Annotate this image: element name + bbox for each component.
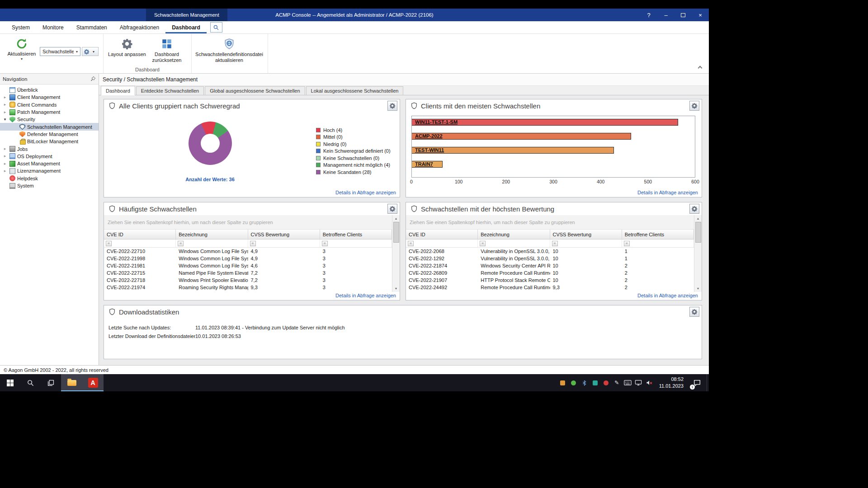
update-definitions-button[interactable]: Schwachstellendefinitionsdatei aktualisi… <box>195 36 263 63</box>
scroll-up-icon[interactable]: ▲ <box>395 216 398 221</box>
expand-icon[interactable]: ▸ <box>2 95 8 99</box>
menu-item-monitore[interactable]: Monitore <box>36 21 70 33</box>
keyboard-icon[interactable] <box>624 379 632 387</box>
column-header-cvss-bewertung[interactable]: CVSS Bewertung <box>550 230 622 239</box>
expand-icon[interactable]: ▸ <box>2 110 8 114</box>
sidebar-item-lizenzmanagement[interactable]: ▸Lizenzmanagement <box>0 167 99 174</box>
vertical-scrollbar[interactable]: ▲ ▼ <box>694 215 702 292</box>
filter-cell[interactable]: = <box>104 239 176 247</box>
details-link[interactable]: Details in Abfrage anzeigen <box>335 293 396 298</box>
tab-global-ausgeschlossene-schwachstellen[interactable]: Global ausgeschlossene Schwachstellen <box>205 86 305 95</box>
expand-icon[interactable]: ▸ <box>2 147 8 151</box>
layout-adjust-button[interactable]: Layout anpassen <box>107 36 147 57</box>
taskbar-clock[interactable]: 08:52 11.01.2023 <box>655 374 688 391</box>
menu-search-button[interactable] <box>210 22 222 33</box>
sidebar-item-security[interactable]: ▾Security <box>0 116 99 123</box>
dashboard-reset-button[interactable]: Dashboard zurücksetzen <box>147 36 187 63</box>
filter-cell[interactable]: = <box>176 239 248 247</box>
table-row[interactable]: CVE-2022-22715Named Pipe File System Ele… <box>104 269 392 277</box>
scroll-thumb[interactable] <box>393 222 399 243</box>
panel-settings-button[interactable] <box>689 307 699 317</box>
table-row[interactable]: CVE-2022-2068Vulnerability in OpenSSL 3.… <box>406 248 694 255</box>
pin-icon[interactable] <box>90 76 96 82</box>
panel-settings-button[interactable] <box>387 204 397 214</box>
filter-equals-icon[interactable]: = <box>552 241 558 246</box>
expand-icon[interactable]: ▸ <box>2 169 8 173</box>
details-link[interactable]: Details in Abfrage anzeigen <box>637 190 698 195</box>
scroll-down-icon[interactable]: ▼ <box>395 286 398 291</box>
filter-equals-icon[interactable]: = <box>250 241 256 246</box>
expand-icon[interactable]: ▸ <box>2 154 8 158</box>
sidebar-item-client-commands[interactable]: ▸Client Commands <box>0 101 99 108</box>
refresh-button[interactable]: Aktualisieren ▾ <box>4 36 40 61</box>
tab-lokal-ausgeschlossene-schwachstellen[interactable]: Lokal ausgeschlossene Schwachstellen <box>306 86 404 95</box>
tab-entdeckte-schwachstellen[interactable]: Entdeckte Schwachstellen <box>136 86 204 95</box>
help-button[interactable]: ? <box>640 9 657 21</box>
menu-item-system[interactable]: System <box>5 21 36 33</box>
filter-cell[interactable]: = <box>406 239 478 247</box>
acmp-app-button[interactable]: A <box>82 374 104 391</box>
column-header-bezeichnung[interactable]: Bezeichnung <box>478 230 550 239</box>
column-header-betroffene-clients[interactable]: Betroffene Clients <box>622 230 694 239</box>
display-icon[interactable] <box>635 379 642 387</box>
table-row[interactable]: CVE-2022-22718Windows Print Spooler Elev… <box>104 277 392 284</box>
panel-settings-button[interactable] <box>689 204 699 214</box>
tray-green-icon[interactable] <box>570 379 577 387</box>
bluetooth-icon[interactable] <box>580 379 588 387</box>
filter-equals-icon[interactable]: = <box>624 241 630 246</box>
pen-icon[interactable]: ✎ <box>613 379 621 387</box>
table-row[interactable]: CVE-2022-21874Windows Security Center AP… <box>406 262 694 269</box>
minimize-button[interactable]: – <box>657 9 675 21</box>
menu-item-stammdaten[interactable]: Stammdaten <box>70 21 113 33</box>
sidebar-item-schwachstellen-management[interactable]: Schwachstellen Management <box>0 123 99 130</box>
table-row[interactable]: CVE-2022-21974Roaming Security Rights Ma… <box>104 284 392 291</box>
sidebar-item-helpdesk[interactable]: Helpdesk <box>0 175 99 182</box>
column-header-cve-id[interactable]: CVE ID <box>406 230 478 239</box>
column-header-betroffene-clients[interactable]: Betroffene Clients <box>320 230 392 239</box>
panel-settings-button[interactable] <box>387 101 397 111</box>
sidebar-item-os-deployment[interactable]: ▸OS Deployment <box>0 153 99 160</box>
scroll-thumb[interactable] <box>695 222 701 243</box>
filter-equals-icon[interactable]: = <box>322 241 328 246</box>
filter-cell[interactable]: = <box>248 239 320 247</box>
file-explorer-button[interactable] <box>61 374 82 391</box>
start-button[interactable] <box>0 374 20 391</box>
panel-settings-button[interactable] <box>689 101 699 111</box>
action-center-button[interactable]: 1 <box>688 374 707 391</box>
sidebar-item-patch-management[interactable]: ▸Patch Management <box>0 108 99 116</box>
menu-item-dashboard[interactable]: Dashboard <box>165 21 207 33</box>
sidebar-item-system[interactable]: System <box>0 182 99 189</box>
table-row[interactable]: CVE-2022-21998Windows Common Log File Sy… <box>104 255 392 262</box>
close-button[interactable]: × <box>692 9 709 21</box>
expand-icon[interactable]: ▸ <box>2 103 8 107</box>
taskbar-search-button[interactable] <box>20 374 41 391</box>
table-row[interactable]: CVE-2022-21981Windows Common Log File Sy… <box>104 262 392 269</box>
tray-red-icon[interactable] <box>602 379 610 387</box>
sidebar-item-jobs[interactable]: ▸Jobs <box>0 145 99 152</box>
sidebar-item-defender-management[interactable]: Defender Management <box>0 131 99 138</box>
table-row[interactable]: CVE-2022-22710Windows Common Log File Sy… <box>104 248 392 255</box>
table-row[interactable]: CVE-2022-1292Vulnerability in OpenSSL 3.… <box>406 255 694 262</box>
filter-equals-icon[interactable]: = <box>408 241 414 246</box>
filter-cell[interactable]: = <box>320 239 392 247</box>
filter-equals-icon[interactable]: = <box>178 241 184 246</box>
scroll-up-icon[interactable]: ▲ <box>697 216 700 221</box>
scroll-down-icon[interactable]: ▼ <box>697 286 700 291</box>
titlebar-document-tab[interactable]: Schwachstellen Management <box>146 9 227 21</box>
sidebar-item-asset-management[interactable]: ▸Asset Management <box>0 160 99 167</box>
filter-cell[interactable]: = <box>478 239 550 247</box>
tray-orange-icon[interactable] <box>559 379 566 387</box>
menu-item-abfrageaktionen[interactable]: Abfrageaktionen <box>113 21 165 33</box>
profile-settings-button[interactable]: ▾ <box>82 47 99 56</box>
maximize-button[interactable] <box>675 9 692 21</box>
filter-cell[interactable]: = <box>550 239 622 247</box>
volume-muted-icon[interactable] <box>646 379 653 387</box>
dashboard-profile-select[interactable]: Schwachstellen ▾ <box>40 47 80 56</box>
column-header-bezeichnung[interactable]: Bezeichnung <box>176 230 248 239</box>
vertical-scrollbar[interactable]: ▲ ▼ <box>392 215 400 292</box>
sync-icon[interactable] <box>591 379 599 387</box>
table-row[interactable]: CVE-2022-26809Remote Procedure Call Runt… <box>406 269 694 277</box>
sidebar-item-bitlocker-management[interactable]: BitLocker Management <box>0 138 99 145</box>
tab-dashboard[interactable]: Dashboard <box>101 86 135 95</box>
column-header-cve-id[interactable]: CVE ID <box>104 230 176 239</box>
